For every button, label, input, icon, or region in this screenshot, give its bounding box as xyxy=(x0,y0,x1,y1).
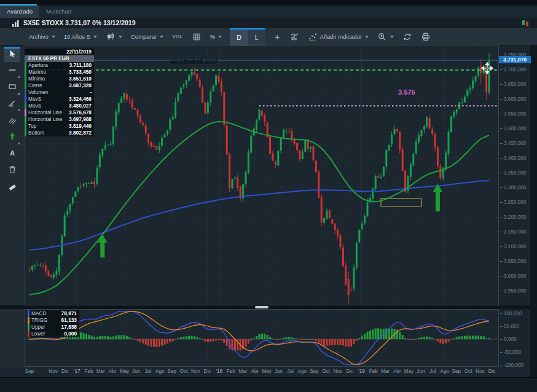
price-tick-label: 3.700,000 xyxy=(500,67,526,73)
file-menu-button[interactable]: Archivo xyxy=(25,28,60,45)
instrument-name[interactable]: ESTX 50 PR EUR xyxy=(25,55,94,62)
add-panel-button[interactable]: + xyxy=(269,28,286,45)
data-panel-row[interactable]: Apertura3.711,180 xyxy=(25,62,94,69)
series-label: Top xyxy=(28,123,69,130)
price-tick-label: 3.300,000 xyxy=(500,185,526,190)
series-color-bar xyxy=(25,123,26,130)
linked-candles-icon[interactable] xyxy=(521,20,530,27)
timeframe-button[interactable]: 10 Años S xyxy=(60,28,101,45)
zoom-button[interactable] xyxy=(373,28,398,45)
print-button[interactable] xyxy=(417,28,435,45)
macd-panel-row[interactable]: Upper17,838 xyxy=(28,324,79,331)
series-label: Cierre xyxy=(28,82,69,89)
price-tick-label: 3.550,000 xyxy=(500,111,526,117)
add-indicator-button[interactable]: Añadir indicador xyxy=(304,28,373,45)
grid-settings-button[interactable] xyxy=(187,28,206,45)
grid-icon xyxy=(192,32,202,42)
indicator-chart-icon xyxy=(289,32,299,42)
data-panel-row[interactable]: Cierre3.687,320 xyxy=(25,82,94,89)
series-value: 3.819,440 xyxy=(69,123,94,130)
data-panel-row[interactable]: Máximo3.733,450 xyxy=(25,69,94,76)
series-color-bar xyxy=(25,82,26,89)
time-axis[interactable]: SepNovDic'17FebMarAbrMayJunJulAgoSepOctN… xyxy=(0,367,530,377)
rectangle-tool[interactable] xyxy=(4,80,20,95)
series-color-bar xyxy=(25,116,26,123)
horizontal-line-icon xyxy=(7,65,17,77)
arrow-marker-tool[interactable] xyxy=(4,130,20,145)
data-panel-row[interactable]: Bottom3.802,872 xyxy=(25,130,94,136)
series-label: Apertura xyxy=(28,62,69,69)
cursor-tool[interactable] xyxy=(4,47,20,62)
macd-panel-row[interactable]: MACD78,971 xyxy=(28,310,79,317)
chart-style-button[interactable] xyxy=(101,28,127,45)
november-2017-annotation[interactable]: NOVIEMBRE 2017 xyxy=(170,59,218,65)
series-value: 17,838 xyxy=(61,324,79,331)
trading-app-window: Avanzado Multichart SX5E STOXX 3.731,07 … xyxy=(0,0,537,392)
parallel-lines-tool[interactable] xyxy=(4,114,20,128)
indicator-layout-button[interactable] xyxy=(285,28,304,45)
macd-chart-canvas[interactable] xyxy=(25,309,499,367)
series-label: Lower xyxy=(31,331,64,337)
series-color-bar xyxy=(28,331,29,337)
series-color-bar xyxy=(25,89,26,96)
series-value: 3.324,466 xyxy=(69,96,94,103)
chevron-down-icon xyxy=(390,36,394,38)
price-tick-label: 3.600,000 xyxy=(500,96,526,102)
data-panel-row[interactable]: Horizontal Line3.576,678 xyxy=(25,109,94,116)
percent-scale-button[interactable]: % xyxy=(206,28,226,45)
data-panel-row[interactable]: MovS3.480,027 xyxy=(25,103,94,109)
printer-icon xyxy=(421,32,431,42)
trendline-tool[interactable] xyxy=(4,97,20,112)
panel-divider-handle[interactable] xyxy=(255,306,268,308)
right-scroll-strip[interactable] xyxy=(530,45,537,377)
line-mode-button[interactable]: L xyxy=(248,29,265,45)
price-chart-canvas[interactable] xyxy=(25,45,499,305)
scatter-icon xyxy=(308,32,317,41)
refresh-button[interactable] xyxy=(398,28,417,45)
horizontal-line-tool[interactable] xyxy=(4,64,20,79)
macd-data-panel: MACD78,971TRIGG61,133Upper17,838Lower0,0… xyxy=(28,310,79,337)
series-color-bar xyxy=(28,324,29,331)
daily-mode-button[interactable]: D xyxy=(230,29,248,45)
workspace-tabs: Avanzado Multichart xyxy=(0,6,537,18)
macd-tick-label: -50,000 xyxy=(500,350,521,355)
series-label: MovS xyxy=(28,96,69,103)
chart-mode-group: D L xyxy=(230,28,265,45)
candlestick-icon xyxy=(106,32,116,42)
tab-multichart[interactable]: Multichart xyxy=(39,6,78,18)
series-label: Mínimo xyxy=(28,76,69,82)
data-panel-row[interactable]: Mínimo3.651,510 xyxy=(25,76,94,82)
trash-icon xyxy=(7,165,17,177)
eraser-tool[interactable] xyxy=(4,180,20,195)
macd-panel-row[interactable]: TRIGG61,133 xyxy=(28,317,79,324)
series-color-bar xyxy=(25,103,26,109)
macd-panel-row[interactable]: Lower0,000 xyxy=(28,331,79,337)
eraser-icon xyxy=(7,181,17,194)
series-value: 3.576,678 xyxy=(69,109,94,116)
resistance-3575-annotation[interactable]: 3.575 xyxy=(398,88,415,96)
compare-button[interactable]: Comparar xyxy=(127,28,168,45)
rectangle-icon xyxy=(7,82,17,94)
price-tick-label: 3.450,000 xyxy=(500,141,526,146)
up-arrow-icon xyxy=(7,131,17,144)
text-tool[interactable]: A xyxy=(4,147,20,162)
chart-toolbar: Archivo 10 Años S Comparar VOL % D L + A… xyxy=(0,28,537,45)
data-panel-row[interactable]: Volumen- xyxy=(25,89,94,96)
price-tick-label: 3.350,000 xyxy=(500,170,526,176)
price-tick-label: 2.950,000 xyxy=(500,288,526,294)
data-panel-row[interactable]: Top3.819,440 xyxy=(25,123,94,130)
data-panel-row[interactable]: Horizontal Line3.697,988 xyxy=(25,116,94,123)
series-color-bar xyxy=(25,96,26,103)
delete-tool[interactable] xyxy=(4,163,20,178)
series-color-bar xyxy=(25,62,26,69)
macd-tick-label: 50,000 xyxy=(500,324,519,329)
window-top-strip xyxy=(0,0,537,6)
data-panel-row[interactable]: MovS3.324,466 xyxy=(25,96,94,103)
price-tick-label: 3.500,000 xyxy=(500,126,526,131)
hover-date: 22/11/2019 xyxy=(25,49,94,55)
series-value: 0,000 xyxy=(64,331,79,337)
series-label: Máximo xyxy=(28,69,69,76)
price-tick-label: 3.100,000 xyxy=(500,244,526,249)
volume-button[interactable]: VOL xyxy=(168,28,187,45)
tab-avanzado[interactable]: Avanzado xyxy=(0,6,39,18)
